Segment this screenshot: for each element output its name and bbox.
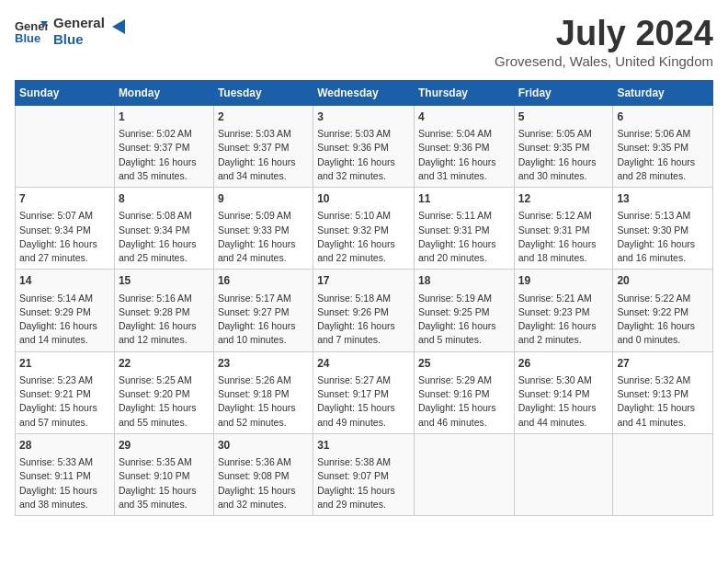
day-number: 8 bbox=[119, 191, 210, 207]
day-info: Sunrise: 5:12 AM Sunset: 9:31 PM Dayligh… bbox=[518, 209, 609, 265]
day-info: Sunrise: 5:22 AM Sunset: 9:22 PM Dayligh… bbox=[617, 292, 709, 348]
day-info: Sunrise: 5:08 AM Sunset: 9:34 PM Dayligh… bbox=[119, 209, 210, 265]
day-info: Sunrise: 5:04 AM Sunset: 9:36 PM Dayligh… bbox=[418, 127, 510, 183]
calendar-cell: 18Sunrise: 5:19 AM Sunset: 9:25 PM Dayli… bbox=[414, 270, 514, 351]
calendar-cell: 29Sunrise: 5:35 AM Sunset: 9:10 PM Dayli… bbox=[114, 433, 213, 515]
logo-general: General bbox=[53, 15, 105, 31]
logo-icon: General Blue bbox=[15, 17, 48, 45]
calendar-cell: 27Sunrise: 5:32 AM Sunset: 9:13 PM Dayli… bbox=[613, 351, 713, 433]
day-number: 31 bbox=[317, 438, 410, 454]
day-info: Sunrise: 5:14 AM Sunset: 9:29 PM Dayligh… bbox=[19, 292, 110, 348]
day-info: Sunrise: 5:17 AM Sunset: 9:27 PM Dayligh… bbox=[218, 292, 309, 348]
day-info: Sunrise: 5:03 AM Sunset: 9:37 PM Dayligh… bbox=[218, 127, 309, 183]
calendar-cell: 31Sunrise: 5:38 AM Sunset: 9:07 PM Dayli… bbox=[313, 433, 415, 515]
calendar-cell: 7Sunrise: 5:07 AM Sunset: 9:34 PM Daylig… bbox=[16, 188, 115, 270]
day-info: Sunrise: 5:33 AM Sunset: 9:11 PM Dayligh… bbox=[19, 455, 110, 511]
calendar-cell: 24Sunrise: 5:27 AM Sunset: 9:17 PM Dayli… bbox=[313, 351, 415, 433]
calendar-cell: 16Sunrise: 5:17 AM Sunset: 9:27 PM Dayli… bbox=[213, 270, 313, 351]
day-number: 9 bbox=[218, 191, 309, 207]
calendar-cell: 10Sunrise: 5:10 AM Sunset: 9:32 PM Dayli… bbox=[313, 188, 415, 270]
day-number: 19 bbox=[518, 273, 609, 289]
day-info: Sunrise: 5:21 AM Sunset: 9:23 PM Dayligh… bbox=[518, 292, 609, 348]
day-info: Sunrise: 5:26 AM Sunset: 9:18 PM Dayligh… bbox=[218, 373, 309, 430]
calendar-cell bbox=[414, 433, 514, 515]
day-number: 4 bbox=[418, 109, 510, 125]
day-number: 15 bbox=[119, 273, 210, 289]
calendar-cell: 9Sunrise: 5:09 AM Sunset: 9:33 PM Daylig… bbox=[213, 188, 313, 270]
day-number: 25 bbox=[418, 356, 510, 372]
calendar-body: 1Sunrise: 5:02 AM Sunset: 9:37 PM Daylig… bbox=[16, 105, 713, 515]
day-number: 27 bbox=[617, 356, 709, 372]
day-info: Sunrise: 5:36 AM Sunset: 9:08 PM Dayligh… bbox=[218, 455, 309, 511]
day-number: 14 bbox=[19, 273, 110, 289]
calendar-cell: 12Sunrise: 5:12 AM Sunset: 9:31 PM Dayli… bbox=[514, 188, 613, 270]
calendar-cell: 6Sunrise: 5:06 AM Sunset: 9:35 PM Daylig… bbox=[613, 105, 713, 187]
day-number: 10 bbox=[317, 191, 410, 207]
day-info: Sunrise: 5:30 AM Sunset: 9:14 PM Dayligh… bbox=[518, 373, 609, 430]
calendar-cell: 20Sunrise: 5:22 AM Sunset: 9:22 PM Dayli… bbox=[613, 270, 713, 351]
day-info: Sunrise: 5:18 AM Sunset: 9:26 PM Dayligh… bbox=[317, 292, 410, 348]
day-number: 26 bbox=[518, 356, 609, 372]
svg-marker-3 bbox=[112, 19, 125, 34]
calendar-cell: 4Sunrise: 5:04 AM Sunset: 9:36 PM Daylig… bbox=[414, 105, 514, 187]
day-number: 23 bbox=[218, 356, 309, 372]
day-info: Sunrise: 5:23 AM Sunset: 9:21 PM Dayligh… bbox=[19, 373, 110, 430]
calendar-cell: 22Sunrise: 5:25 AM Sunset: 9:20 PM Dayli… bbox=[114, 351, 213, 433]
day-number: 7 bbox=[19, 191, 110, 207]
day-info: Sunrise: 5:29 AM Sunset: 9:16 PM Dayligh… bbox=[418, 373, 510, 430]
day-info: Sunrise: 5:06 AM Sunset: 9:35 PM Dayligh… bbox=[617, 127, 709, 183]
day-info: Sunrise: 5:10 AM Sunset: 9:32 PM Dayligh… bbox=[317, 209, 410, 265]
logo-arrow-icon bbox=[110, 18, 127, 35]
weekday-header-tuesday: Tuesday bbox=[213, 80, 313, 105]
day-info: Sunrise: 5:07 AM Sunset: 9:34 PM Dayligh… bbox=[19, 209, 110, 265]
logo-blue: Blue bbox=[53, 31, 105, 48]
calendar-cell: 17Sunrise: 5:18 AM Sunset: 9:26 PM Dayli… bbox=[313, 270, 415, 351]
calendar-cell: 8Sunrise: 5:08 AM Sunset: 9:34 PM Daylig… bbox=[114, 188, 213, 270]
day-info: Sunrise: 5:11 AM Sunset: 9:31 PM Dayligh… bbox=[418, 209, 510, 265]
calendar-cell bbox=[613, 433, 713, 515]
calendar-cell: 13Sunrise: 5:13 AM Sunset: 9:30 PM Dayli… bbox=[613, 188, 713, 270]
day-info: Sunrise: 5:32 AM Sunset: 9:13 PM Dayligh… bbox=[617, 373, 709, 430]
day-number: 18 bbox=[418, 273, 510, 289]
weekday-header-sunday: Sunday bbox=[16, 80, 115, 105]
day-info: Sunrise: 5:05 AM Sunset: 9:35 PM Dayligh… bbox=[518, 127, 609, 183]
day-number: 21 bbox=[19, 356, 110, 372]
calendar-cell: 1Sunrise: 5:02 AM Sunset: 9:37 PM Daylig… bbox=[114, 105, 213, 187]
day-number: 30 bbox=[218, 438, 309, 454]
calendar-week-3: 14Sunrise: 5:14 AM Sunset: 9:29 PM Dayli… bbox=[16, 270, 713, 351]
day-number: 6 bbox=[617, 109, 709, 125]
day-info: Sunrise: 5:13 AM Sunset: 9:30 PM Dayligh… bbox=[617, 209, 709, 265]
calendar-cell: 5Sunrise: 5:05 AM Sunset: 9:35 PM Daylig… bbox=[514, 105, 613, 187]
weekday-header-thursday: Thursday bbox=[414, 80, 514, 105]
day-info: Sunrise: 5:19 AM Sunset: 9:25 PM Dayligh… bbox=[418, 292, 510, 348]
day-number: 1 bbox=[119, 109, 210, 125]
calendar-cell: 15Sunrise: 5:16 AM Sunset: 9:28 PM Dayli… bbox=[114, 270, 213, 351]
calendar-cell: 3Sunrise: 5:03 AM Sunset: 9:36 PM Daylig… bbox=[313, 105, 415, 187]
weekday-header-saturday: Saturday bbox=[613, 80, 713, 105]
calendar-cell: 28Sunrise: 5:33 AM Sunset: 9:11 PM Dayli… bbox=[16, 433, 115, 515]
day-info: Sunrise: 5:35 AM Sunset: 9:10 PM Dayligh… bbox=[119, 455, 210, 511]
day-info: Sunrise: 5:27 AM Sunset: 9:17 PM Dayligh… bbox=[317, 373, 410, 430]
month-title: July 2024 bbox=[495, 15, 713, 53]
day-info: Sunrise: 5:38 AM Sunset: 9:07 PM Dayligh… bbox=[317, 455, 410, 511]
location: Grovesend, Wales, United Kingdom bbox=[495, 53, 713, 69]
calendar-cell: 30Sunrise: 5:36 AM Sunset: 9:08 PM Dayli… bbox=[213, 433, 313, 515]
day-info: Sunrise: 5:25 AM Sunset: 9:20 PM Dayligh… bbox=[119, 373, 210, 430]
calendar-cell: 14Sunrise: 5:14 AM Sunset: 9:29 PM Dayli… bbox=[16, 270, 115, 351]
day-info: Sunrise: 5:09 AM Sunset: 9:33 PM Dayligh… bbox=[218, 209, 309, 265]
calendar-cell: 23Sunrise: 5:26 AM Sunset: 9:18 PM Dayli… bbox=[213, 351, 313, 433]
day-number: 3 bbox=[317, 109, 410, 125]
calendar-cell: 2Sunrise: 5:03 AM Sunset: 9:37 PM Daylig… bbox=[213, 105, 313, 187]
weekday-header-row: SundayMondayTuesdayWednesdayThursdayFrid… bbox=[16, 80, 713, 105]
calendar-week-4: 21Sunrise: 5:23 AM Sunset: 9:21 PM Dayli… bbox=[16, 351, 713, 433]
calendar-cell: 26Sunrise: 5:30 AM Sunset: 9:14 PM Dayli… bbox=[514, 351, 613, 433]
day-number: 29 bbox=[119, 438, 210, 454]
day-number: 11 bbox=[418, 191, 510, 207]
weekday-header-friday: Friday bbox=[514, 80, 613, 105]
day-number: 5 bbox=[518, 109, 609, 125]
day-number: 2 bbox=[218, 109, 309, 125]
day-number: 28 bbox=[19, 438, 110, 454]
title-block: July 2024 Grovesend, Wales, United Kingd… bbox=[495, 15, 713, 69]
day-number: 16 bbox=[218, 273, 309, 289]
calendar-cell bbox=[16, 105, 115, 187]
